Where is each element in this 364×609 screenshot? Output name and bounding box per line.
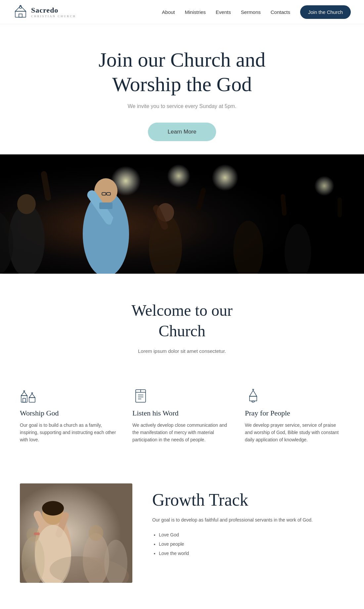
welcome-title: Welcome to our Church: [13, 300, 351, 342]
growth-content: Growth Track Our goal is to develop as f…: [152, 483, 344, 558]
svg-point-64: [26, 527, 40, 542]
svg-point-20: [17, 194, 36, 214]
svg-rect-30: [338, 197, 342, 217]
feature-word: Listen his Word We actively develop clos…: [132, 387, 232, 444]
growth-image-svg: [20, 483, 132, 583]
growth-list-item-2: Love people: [159, 539, 344, 549]
pray-text: We develop prayer service, service of pr…: [245, 421, 344, 444]
svg-point-9: [212, 164, 238, 191]
worship-text: Our goal is to build a church as a famil…: [20, 421, 119, 444]
features-section: Worship God Our goal is to build a churc…: [0, 374, 364, 470]
navbar: Sacredo CHRISTIAN CHURCH About Ministrie…: [0, 0, 364, 24]
svg-rect-15: [99, 202, 113, 209]
nav-contacts[interactable]: Contacts: [271, 9, 290, 15]
pray-title: Pray for People: [245, 409, 344, 417]
growth-text: Our goal is to develop as faithful and p…: [152, 516, 344, 524]
logo[interactable]: Sacredo CHRISTIAN CHURCH: [13, 4, 76, 20]
hero-subtitle: We invite you to service every Sunday at…: [13, 103, 351, 109]
svg-marker-47: [250, 390, 257, 396]
svg-point-50: [252, 401, 254, 402]
svg-point-65: [50, 556, 103, 583]
svg-point-61: [89, 525, 103, 541]
logo-icon: [13, 4, 28, 20]
svg-rect-39: [23, 398, 25, 402]
nav-about[interactable]: About: [162, 9, 175, 15]
learn-more-button[interactable]: Learn More: [148, 123, 216, 141]
svg-rect-46: [250, 396, 257, 401]
svg-rect-31: [21, 396, 27, 402]
svg-point-19: [8, 204, 45, 274]
svg-marker-1: [15, 6, 26, 11]
growth-list-item-3: Love the world: [159, 549, 344, 558]
site-name: Sacredo: [31, 6, 76, 15]
join-church-button[interactable]: Join the Church: [300, 5, 351, 19]
word-title: Listen his Word: [132, 409, 232, 417]
nav-events[interactable]: Events: [216, 9, 231, 15]
hero-section: Join our Church and Worship the God We i…: [0, 24, 364, 154]
svg-rect-5: [19, 14, 22, 17]
welcome-subtitle: Lorem ipsum dolor sit amet consectetur.: [13, 348, 351, 354]
crowd-svg: [0, 154, 364, 274]
worship-title: Worship God: [20, 409, 119, 417]
growth-list: Love God Love people Love the world: [152, 530, 344, 558]
hero-title: Join our Church and Worship the God: [13, 47, 351, 97]
nav-sermons[interactable]: Sermons: [241, 9, 261, 15]
svg-point-8: [167, 164, 190, 188]
svg-point-10: [314, 176, 334, 196]
hero-image: [0, 154, 364, 274]
svg-point-55: [42, 501, 64, 516]
feature-pray: Pray for People We develop prayer servic…: [245, 387, 344, 444]
svg-marker-33: [21, 392, 27, 396]
svg-rect-0: [15, 11, 26, 17]
hero-image-canvas: [0, 154, 364, 274]
welcome-section: Welcome to our Church Lorem ipsum dolor …: [0, 274, 364, 374]
growth-list-item-1: Love God: [159, 530, 344, 539]
growth-image: [20, 483, 132, 583]
feature-worship: Worship God Our goal is to build a churc…: [20, 387, 119, 444]
nav-links: About Ministries Events Sermons Contacts…: [162, 5, 351, 19]
logo-text: Sacredo CHRISTIAN CHURCH: [31, 6, 76, 18]
growth-section: Growth Track Our goal is to develop as f…: [0, 470, 364, 603]
growth-title: Growth Track: [152, 490, 344, 510]
bell-icon: [245, 387, 261, 404]
book-icon: [132, 387, 149, 404]
svg-marker-34: [29, 394, 35, 398]
church-icon: [20, 387, 36, 404]
word-text: We actively develop close communication …: [132, 421, 232, 444]
svg-rect-32: [29, 398, 35, 402]
nav-ministries[interactable]: Ministries: [185, 9, 206, 15]
site-tagline: CHRISTIAN CHURCH: [31, 15, 76, 18]
